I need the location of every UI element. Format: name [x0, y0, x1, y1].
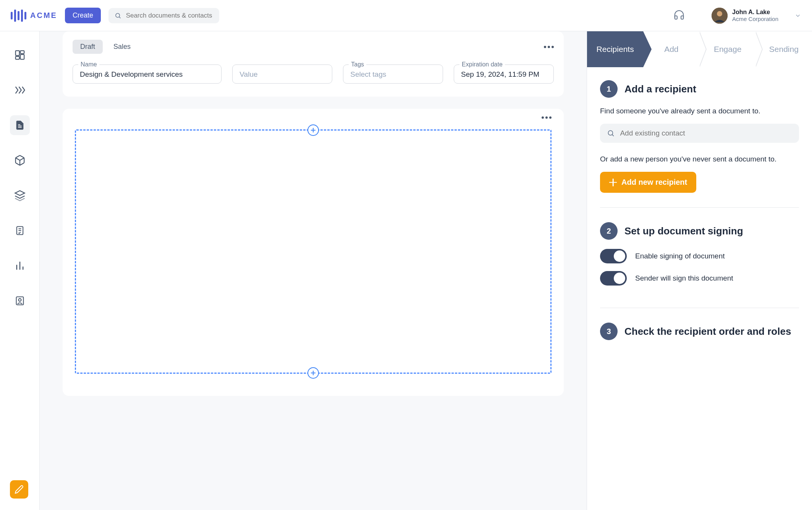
status-badge-draft[interactable]: Draft — [73, 40, 103, 54]
svg-rect-7 — [20, 55, 24, 60]
svg-rect-6 — [15, 56, 19, 60]
section-signing: 2 Set up document signing Enable signing… — [600, 222, 799, 308]
sidebar-item-templates[interactable] — [10, 186, 30, 205]
right-panel: Recipients Add Engage Sending 1 Add a re… — [587, 31, 812, 510]
step-badge-3: 3 — [600, 323, 618, 340]
plus-icon — [609, 179, 617, 186]
canvas-card — [63, 109, 564, 396]
step-badge-1: 1 — [600, 80, 618, 98]
name-field[interactable]: Name Design & Development services — [73, 65, 222, 84]
expiration-value[interactable]: Sep 19, 2024, 11:59 PM — [461, 70, 547, 79]
compose-button[interactable] — [10, 480, 28, 499]
tags-placeholder[interactable]: Select tags — [350, 70, 436, 79]
hint-existing: Find someone you've already sent a docum… — [600, 107, 799, 115]
svg-line-19 — [612, 134, 614, 136]
avatar — [712, 8, 728, 24]
toggle-sender-sign[interactable] — [600, 271, 627, 286]
expiration-label: Expiration date — [459, 61, 505, 68]
svg-rect-4 — [15, 51, 19, 56]
svg-point-0 — [116, 13, 120, 17]
user-org: Acme Corporation — [732, 16, 778, 22]
user-menu[interactable]: John A. Lake Acme Corporation — [712, 8, 801, 24]
sidebar-item-reports[interactable] — [10, 256, 30, 276]
document-icon — [15, 120, 25, 131]
svg-rect-5 — [20, 51, 24, 54]
search-box[interactable] — [108, 8, 219, 23]
search-icon — [115, 12, 121, 19]
logo[interactable]: ACME — [11, 10, 57, 22]
sidebar-item-pipeline[interactable] — [10, 80, 30, 100]
value-field[interactable]: Value — [232, 65, 332, 84]
dropzone[interactable] — [75, 129, 552, 374]
status-badge-sales[interactable]: Sales — [106, 40, 138, 54]
svg-line-1 — [119, 16, 121, 18]
brand-name: ACME — [30, 11, 57, 20]
step-sending[interactable]: Sending — [756, 31, 812, 67]
svg-point-18 — [608, 131, 613, 135]
hint-new: Or add a new person you've never sent a … — [600, 155, 799, 163]
step-add[interactable]: Add — [643, 31, 699, 67]
add-block-top[interactable] — [307, 124, 319, 136]
document-header-card: Draft Sales Name Design & Development se… — [63, 31, 564, 97]
add-recipient-button[interactable]: Add new recipient — [600, 172, 696, 193]
app-header: ACME Create John A. Lake Acme Corporatio… — [0, 0, 812, 31]
svg-rect-16 — [16, 297, 23, 305]
toggle-enable-signing-label: Enable signing of document — [635, 252, 725, 260]
pipeline-icon — [14, 84, 26, 96]
layers-icon — [14, 190, 26, 201]
create-button[interactable]: Create — [65, 8, 101, 23]
contact-search[interactable] — [600, 124, 799, 143]
svg-marker-9 — [15, 191, 24, 196]
name-label: Name — [78, 61, 99, 68]
toggle-enable-signing[interactable] — [600, 249, 627, 263]
pencil-icon — [15, 485, 24, 494]
section-add-recipient: 1 Add a recipient Find someone you've al… — [600, 80, 799, 208]
search-icon — [607, 129, 615, 137]
section-title-1: Add a recipient — [624, 83, 696, 95]
value-placeholder[interactable]: Value — [239, 70, 325, 79]
sidebar-item-library[interactable] — [10, 150, 30, 170]
chevron-down-icon — [794, 12, 801, 19]
card-more-button[interactable] — [544, 46, 554, 48]
svg-point-17 — [18, 299, 21, 301]
main-content: Draft Sales Name Design & Development se… — [40, 31, 587, 510]
tags-field[interactable]: Tags Select tags — [343, 65, 443, 84]
toggle-sender-sign-label: Sender will sign this document — [635, 274, 733, 282]
step-recipients[interactable]: Recipients — [587, 31, 643, 67]
contact-icon — [15, 295, 25, 306]
sidebar-item-dashboard[interactable] — [10, 45, 30, 65]
contact-search-input[interactable] — [620, 129, 792, 137]
sidebar — [0, 31, 40, 510]
cube-icon — [14, 155, 26, 166]
help-icon[interactable] — [673, 9, 685, 22]
step-engage[interactable]: Engage — [700, 31, 756, 67]
add-recipient-label: Add new recipient — [621, 178, 687, 187]
name-value[interactable]: Design & Development services — [80, 70, 214, 79]
chart-icon — [15, 260, 25, 271]
tags-label: Tags — [349, 61, 366, 68]
user-name: John A. Lake — [732, 9, 778, 16]
canvas-more-button[interactable] — [542, 116, 552, 119]
form-icon — [15, 225, 25, 236]
section-title-3: Check the recipient order and roles — [624, 326, 791, 337]
step-badge-2: 2 — [600, 222, 618, 240]
dashboard-icon — [14, 49, 26, 61]
logo-icon — [11, 10, 26, 22]
sidebar-item-forms[interactable] — [10, 221, 30, 240]
sidebar-item-contacts[interactable] — [10, 291, 30, 311]
workflow-steps: Recipients Add Engage Sending — [587, 31, 812, 67]
svg-point-3 — [717, 11, 722, 16]
expiration-field[interactable]: Expiration date Sep 19, 2024, 11:59 PM — [454, 65, 554, 84]
sidebar-item-documents[interactable] — [10, 115, 30, 135]
search-input[interactable] — [126, 12, 213, 19]
add-block-bottom[interactable] — [307, 367, 319, 379]
section-order: 3 Check the recipient order and roles — [600, 323, 799, 364]
section-title-2: Set up document signing — [624, 225, 743, 237]
